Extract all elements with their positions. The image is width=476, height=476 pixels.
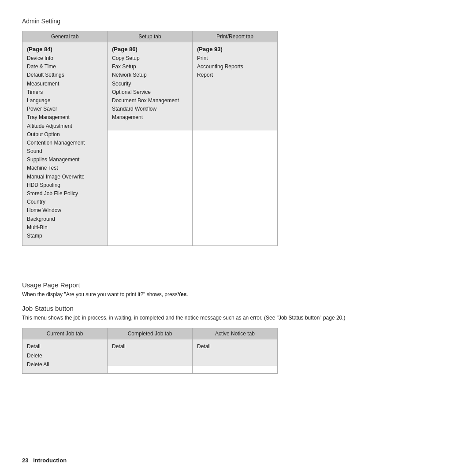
list-item: Measurement xyxy=(27,80,103,88)
completed-job-tab-column: Completed Job tab Detail xyxy=(108,328,193,373)
print-report-tab-content: (Page 93) Print Accounting Reports Repor… xyxy=(193,42,277,130)
general-tab-content: (Page 84) Device Info Date & Time Defaul… xyxy=(22,42,107,245)
print-report-tab-header: Print/Report tab xyxy=(193,31,277,42)
list-item: Stamp xyxy=(27,232,103,240)
list-item: Document Box Management xyxy=(112,97,188,105)
usage-page-desc: When the display "Are you sure you want … xyxy=(22,290,454,298)
usage-page-section: Usage Page Report When the display "Are … xyxy=(22,281,454,298)
usage-desc-quote: "Are you sure you want to print it?" xyxy=(64,291,145,298)
usage-desc-after: . xyxy=(186,291,188,298)
admin-setting-title: Admin Setting xyxy=(22,18,454,25)
general-tab-column: General tab (Page 84) Device Info Date &… xyxy=(22,31,108,245)
setup-tab-header: Setup tab xyxy=(108,31,192,42)
job-status-desc: This menu shows the job in process, in w… xyxy=(22,314,454,322)
page-footer: 23 _Introduction xyxy=(22,457,67,464)
setup-tab-column: Setup tab (Page 86) Copy Setup Fax Setup… xyxy=(108,31,193,245)
list-item: Accounting Reports xyxy=(197,63,273,71)
job-status-title: Job Status button xyxy=(22,305,454,312)
list-item: Supplies Management xyxy=(27,156,103,164)
list-item: Device Info xyxy=(27,54,103,63)
list-item: Fax Setup xyxy=(112,63,188,71)
list-item: Stored Job File Policy xyxy=(27,190,103,198)
list-item: Copy Setup xyxy=(112,54,188,63)
list-item: Altitude Adjustment xyxy=(27,122,103,130)
list-item: Report xyxy=(197,71,273,79)
usage-desc-before: When the display xyxy=(22,291,64,298)
job-status-tabs-grid: Current Job tab Detail Delete Delete All… xyxy=(22,328,278,374)
list-item: Network Setup xyxy=(112,71,188,79)
general-page-ref: (Page 84) xyxy=(27,46,103,52)
list-item: Security xyxy=(112,80,188,88)
usage-desc-middle: shows, press xyxy=(145,291,177,298)
current-job-tab-content: Detail Delete Delete All xyxy=(22,339,107,373)
active-notice-tab-header: Active Notice tab xyxy=(193,328,277,339)
list-item: Timers xyxy=(27,88,103,97)
list-item: Multi-Bin xyxy=(27,223,103,232)
job-status-section: Job Status button This menu shows the jo… xyxy=(22,305,454,374)
completed-job-tab-header: Completed Job tab xyxy=(108,328,192,339)
list-item: Manual Image Overwrite xyxy=(27,173,103,181)
print-report-page-ref: (Page 93) xyxy=(197,46,273,52)
list-item: Delete xyxy=(27,351,103,360)
list-item: Default Settings xyxy=(27,71,103,79)
setup-page-ref: (Page 86) xyxy=(112,46,188,52)
list-item: Power Saver xyxy=(27,105,103,113)
active-notice-tab-content: Detail xyxy=(193,339,277,366)
list-item: Date & Time xyxy=(27,63,103,71)
general-tab-header: General tab xyxy=(22,31,107,42)
list-item: Tray Management xyxy=(27,113,103,122)
setup-tab-content: (Page 86) Copy Setup Fax Setup Network S… xyxy=(108,42,192,130)
list-item: Standard Workflow Management xyxy=(112,105,188,122)
completed-job-tab-content: Detail xyxy=(108,339,192,366)
list-item: Detail xyxy=(197,342,273,351)
list-item: Sound xyxy=(27,147,103,156)
current-job-tab-header: Current Job tab xyxy=(22,328,107,339)
list-item: Home Window xyxy=(27,206,103,215)
list-item: Delete All xyxy=(27,360,103,369)
list-item: Machine Test xyxy=(27,164,103,172)
usage-desc-bold: Yes xyxy=(178,291,187,298)
list-item: Language xyxy=(27,97,103,105)
list-item: HDD Spooling xyxy=(27,181,103,190)
usage-page-title: Usage Page Report xyxy=(22,281,454,289)
current-job-tab-column: Current Job tab Detail Delete Delete All xyxy=(22,328,108,373)
print-report-tab-column: Print/Report tab (Page 93) Print Account… xyxy=(193,31,277,245)
list-item: Detail xyxy=(112,342,188,351)
list-item: Print xyxy=(197,54,273,63)
list-item: Background xyxy=(27,215,103,223)
list-item: Contention Management xyxy=(27,139,103,147)
list-item: Output Option xyxy=(27,130,103,139)
list-item: Optional Service xyxy=(112,88,188,97)
active-notice-tab-column: Active Notice tab Detail xyxy=(193,328,277,373)
list-item: Country xyxy=(27,198,103,206)
admin-tabs-grid: General tab (Page 84) Device Info Date &… xyxy=(22,31,278,246)
list-item: Detail xyxy=(27,342,103,351)
